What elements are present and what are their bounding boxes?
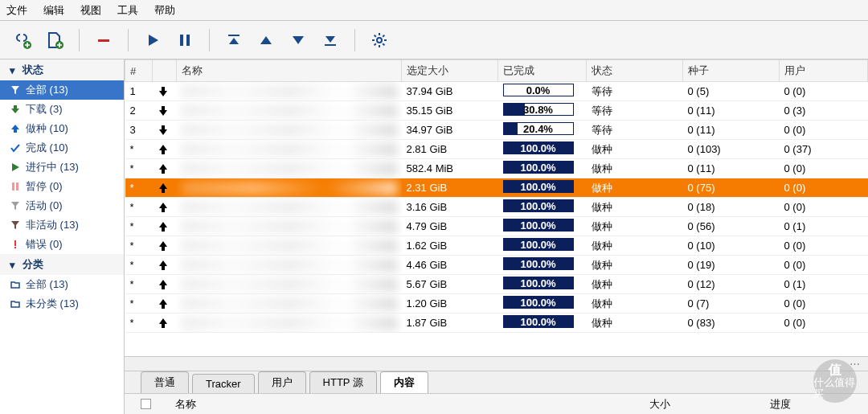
- settings-button[interactable]: [366, 27, 392, 53]
- add-file-button[interactable]: [42, 27, 68, 53]
- cell-peers: 0 (0): [780, 294, 868, 314]
- tab-http[interactable]: HTTP 源: [309, 371, 377, 393]
- col-peers[interactable]: 用户: [780, 60, 868, 82]
- svg-rect-19: [14, 247, 16, 248]
- move-down-button[interactable]: [285, 27, 311, 53]
- sidebar-item-label: 完成 (10): [26, 141, 68, 155]
- horizontal-scrollbar[interactable]: ⋯: [125, 356, 868, 371]
- col-num[interactable]: #: [125, 60, 153, 82]
- sidebar-status-item[interactable]: 做种 (10): [0, 119, 124, 138]
- progress-bar: 100.0%: [503, 238, 574, 251]
- cell-seeds: 0 (56): [683, 217, 780, 236]
- col-name[interactable]: 名称: [177, 60, 402, 82]
- col-dir[interactable]: [153, 60, 177, 82]
- col-done[interactable]: 已完成: [498, 60, 587, 82]
- table-row[interactable]: * 1.20 GiB 100.0% 做种 0 (7) 0 (0): [125, 294, 868, 314]
- progress-bar: 100.0%: [503, 141, 574, 154]
- table-row[interactable]: * 4.79 GiB 100.0% 做种 0 (56) 0 (1): [125, 217, 868, 236]
- sidebar-category-item[interactable]: 未分类 (13): [0, 294, 124, 314]
- table-row[interactable]: 3 34.97 GiB 20.4% 等待 0 (11) 0 (0): [125, 121, 868, 140]
- menu-file[interactable]: 文件: [6, 3, 27, 18]
- tab-peers[interactable]: 用户: [258, 371, 306, 393]
- cell-seeds: 0 (11): [683, 159, 780, 178]
- cell-seeds: 0 (83): [683, 314, 780, 333]
- pause-button[interactable]: [172, 27, 198, 53]
- svg-rect-2: [98, 39, 109, 42]
- sidebar-status-item[interactable]: 非活动 (13): [0, 215, 124, 235]
- move-up-button[interactable]: [253, 27, 279, 53]
- add-link-button[interactable]: [10, 27, 35, 53]
- move-top-button[interactable]: [221, 27, 247, 53]
- table-row[interactable]: 2 35.15 GiB 30.8% 等待 0 (11) 0 (3): [125, 101, 868, 121]
- table-row[interactable]: * 1.62 GiB 100.0% 做种 0 (10) 0 (0): [125, 236, 868, 256]
- sidebar-status-item[interactable]: 活动 (0): [0, 196, 124, 215]
- table-row[interactable]: * 1.87 GiB 100.0% 做种 0 (83) 0 (0): [125, 314, 868, 333]
- folder-icon: [10, 298, 21, 309]
- cell-status: 做种: [587, 256, 683, 275]
- svg-rect-6: [325, 44, 336, 46]
- sidebar-item-label: 活动 (0): [26, 199, 63, 213]
- cell-num: *: [125, 256, 153, 275]
- cell-num: *: [125, 159, 153, 178]
- table-row[interactable]: * 4.46 GiB 100.0% 做种 0 (19) 0 (0): [125, 256, 868, 275]
- cell-size: 1.20 GiB: [402, 294, 498, 314]
- cell-name: [177, 314, 402, 333]
- tab-tracker[interactable]: Tracker: [192, 374, 255, 393]
- table-row[interactable]: * 2.31 GiB 100.0% 做种 0 (75) 0 (0): [125, 178, 868, 198]
- cell-status: 等待: [587, 82, 683, 101]
- direction-icon: [153, 217, 177, 236]
- cell-name: [177, 294, 402, 314]
- sidebar-status-item[interactable]: 进行中 (13): [0, 158, 124, 177]
- col-status[interactable]: 状态: [587, 60, 683, 82]
- cell-size: 1.87 GiB: [402, 314, 498, 333]
- svg-line-12: [375, 35, 376, 36]
- menu-tools[interactable]: 工具: [117, 3, 138, 18]
- progress-bar: 30.8%: [503, 103, 574, 116]
- tab-general[interactable]: 普通: [141, 371, 189, 393]
- menu-edit[interactable]: 编辑: [43, 3, 64, 18]
- cell-num: *: [125, 236, 153, 256]
- cell-name: [177, 159, 402, 178]
- table-row[interactable]: * 5.67 GiB 100.0% 做种 0 (12) 0 (1): [125, 275, 868, 294]
- content-col-name[interactable]: 名称: [175, 397, 625, 412]
- menu-bar: 文件 编辑 视图 工具 帮助: [0, 0, 868, 21]
- sidebar-item-label: 全部 (13): [26, 277, 68, 292]
- menu-view[interactable]: 视图: [80, 3, 101, 18]
- table-row[interactable]: * 582.4 MiB 100.0% 做种 0 (11) 0 (0): [125, 159, 868, 178]
- filter-icon: [10, 84, 21, 96]
- content-col-size[interactable]: 大小: [649, 397, 746, 412]
- content-columns: 名称 大小 进度: [125, 393, 868, 414]
- sidebar-status-header[interactable]: ▾ 状态: [0, 59, 124, 80]
- sidebar-status-item[interactable]: 下载 (3): [0, 100, 124, 119]
- move-bottom-button[interactable]: [317, 27, 343, 53]
- remove-button[interactable]: [91, 27, 117, 53]
- sidebar-status-item[interactable]: 完成 (10): [0, 138, 124, 158]
- table-row[interactable]: 1 37.94 GiB 0.0% 等待 0 (5) 0 (0): [125, 82, 868, 101]
- sidebar-status-item[interactable]: 暂停 (0): [0, 177, 124, 196]
- cell-done: 100.0%: [498, 294, 587, 314]
- content-col-progress[interactable]: 进度: [770, 397, 791, 412]
- svg-line-14: [375, 43, 376, 45]
- cell-status: 做种: [587, 140, 683, 159]
- tab-content[interactable]: 内容: [380, 371, 428, 393]
- sidebar-status-item[interactable]: 错误 (0): [0, 235, 124, 254]
- cell-seeds: 0 (11): [683, 121, 780, 140]
- table-row[interactable]: * 3.16 GiB 100.0% 做种 0 (18) 0 (0): [125, 198, 868, 217]
- cell-name: [177, 121, 402, 140]
- cell-size: 35.15 GiB: [402, 101, 498, 121]
- cell-seeds: 0 (11): [683, 101, 780, 121]
- menu-help[interactable]: 帮助: [154, 3, 175, 18]
- sidebar-item-label: 全部 (13): [26, 83, 68, 97]
- sidebar-status-item[interactable]: 全部 (13): [0, 80, 124, 100]
- play-button[interactable]: [140, 27, 166, 53]
- direction-icon: [153, 236, 177, 256]
- col-seeds[interactable]: 种子: [683, 60, 780, 82]
- torrent-table[interactable]: # 名称 选定大小 已完成 状态 种子 用户 1 37.94 GiB 0.0% …: [125, 59, 868, 356]
- sidebar-category-header[interactable]: ▾ 分类: [0, 254, 124, 275]
- select-all-checkbox[interactable]: [141, 399, 151, 409]
- table-row[interactable]: * 2.81 GiB 100.0% 做种 0 (103) 0 (37): [125, 140, 868, 159]
- col-size[interactable]: 选定大小: [402, 60, 498, 82]
- sidebar-category-item[interactable]: 全部 (13): [0, 275, 124, 294]
- cell-name: [177, 198, 402, 217]
- svg-line-13: [383, 43, 384, 45]
